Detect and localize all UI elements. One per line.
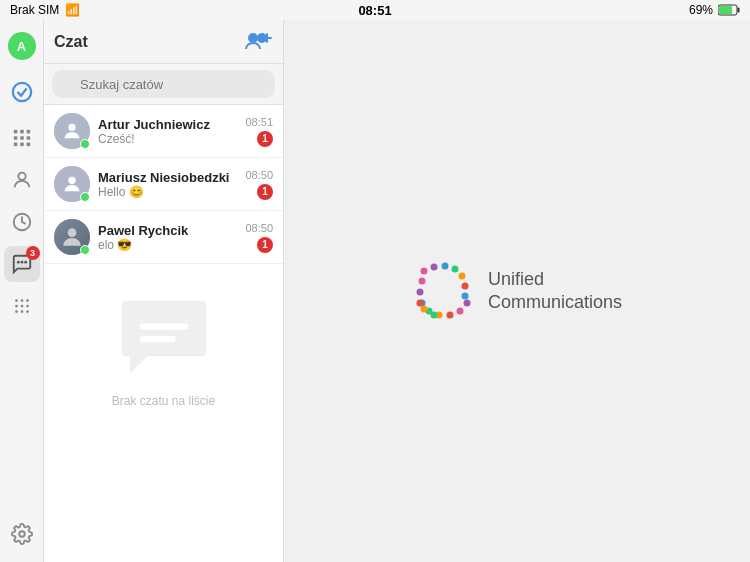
unread-badge: 1 xyxy=(257,184,273,200)
svg-point-22 xyxy=(20,305,23,308)
chat-badge: 3 xyxy=(26,246,40,260)
svg-rect-6 xyxy=(26,130,30,134)
svg-point-28 xyxy=(248,33,258,43)
uc-line2: Communications xyxy=(488,291,622,314)
chat-time: 08:50 xyxy=(245,222,273,234)
empty-chat-icon xyxy=(114,294,214,384)
history-nav-icon[interactable] xyxy=(4,204,40,240)
status-left: Brak SIM 📶 xyxy=(10,3,80,17)
sidebar: A xyxy=(0,20,44,562)
svg-point-53 xyxy=(420,306,427,313)
contacts-nav-icon[interactable] xyxy=(4,162,40,198)
search-input[interactable] xyxy=(52,70,275,98)
battery-label: 69% xyxy=(689,3,713,17)
app-container: A xyxy=(0,20,750,562)
svg-point-48 xyxy=(446,312,453,319)
svg-point-13 xyxy=(18,173,25,180)
svg-rect-7 xyxy=(13,136,17,140)
svg-point-3 xyxy=(12,83,30,101)
keypad-nav-icon[interactable] xyxy=(4,288,40,324)
chat-time: 08:50 xyxy=(245,169,273,181)
search-bar: 🔍 xyxy=(44,64,283,105)
svg-point-51 xyxy=(461,293,468,300)
main-content: Unified Communications xyxy=(284,20,750,562)
carrier-label: Brak SIM xyxy=(10,3,59,17)
chat-nav-icon[interactable]: 3 xyxy=(4,246,40,282)
svg-point-26 xyxy=(26,310,29,313)
chat-preview: Cześć! xyxy=(98,132,237,146)
svg-point-24 xyxy=(15,310,18,313)
status-check-icon[interactable] xyxy=(4,74,40,110)
svg-point-41 xyxy=(458,273,465,280)
svg-point-32 xyxy=(68,124,75,131)
status-bar: Brak SIM 📶 08:51 69% xyxy=(0,0,750,20)
chat-list: Artur Juchniewicz Cześć! 08:51 1 xyxy=(44,105,283,562)
contact-avatar xyxy=(54,219,90,255)
svg-point-19 xyxy=(20,299,23,302)
svg-point-33 xyxy=(68,177,75,184)
svg-point-50 xyxy=(463,300,470,307)
uc-logo-text: Unified Communications xyxy=(488,268,622,315)
online-indicator xyxy=(80,192,90,202)
chat-list-item[interactable]: Mariusz Niesiobedzki Hello 😊 08:50 1 xyxy=(44,158,283,211)
chat-list-item[interactable]: Artur Juchniewicz Cześć! 08:51 1 xyxy=(44,105,283,158)
svg-rect-8 xyxy=(20,136,24,140)
chat-list-item[interactable]: Pawel Rychcik elo 😎 08:50 1 xyxy=(44,211,283,264)
chat-panel: Czat 🔍 xyxy=(44,20,284,562)
svg-point-27 xyxy=(19,531,25,537)
chat-meta: 08:50 1 xyxy=(245,222,273,253)
chat-preview: elo 😎 xyxy=(98,238,237,252)
contact-name: Pawel Rychcik xyxy=(98,223,237,238)
contact-name: Artur Juchniewicz xyxy=(98,117,237,132)
chat-preview: Hello 😊 xyxy=(98,185,237,199)
svg-point-49 xyxy=(456,308,463,315)
empty-state: Brak czatu na liście xyxy=(44,264,283,438)
contact-name: Mariusz Niesiobedzki xyxy=(98,170,237,185)
chat-info: Pawel Rychcik elo 😎 xyxy=(98,223,237,252)
chat-header: Czat xyxy=(44,20,283,64)
svg-point-34 xyxy=(68,228,77,237)
wifi-icon: 📶 xyxy=(65,3,80,17)
uc-logo-icon xyxy=(412,259,476,323)
svg-point-52 xyxy=(430,312,437,319)
chat-time: 08:51 xyxy=(245,116,273,128)
svg-point-37 xyxy=(420,268,427,275)
search-wrapper: 🔍 xyxy=(52,70,275,98)
svg-point-43 xyxy=(418,278,425,285)
add-group-button[interactable] xyxy=(245,29,273,55)
svg-rect-5 xyxy=(20,130,24,134)
svg-rect-2 xyxy=(719,6,732,14)
svg-point-21 xyxy=(15,305,18,308)
chat-info: Artur Juchniewicz Cześć! xyxy=(98,117,237,146)
chat-meta: 08:51 1 xyxy=(245,116,273,147)
svg-point-20 xyxy=(26,299,29,302)
svg-point-38 xyxy=(430,264,437,271)
svg-rect-10 xyxy=(13,143,17,147)
svg-rect-12 xyxy=(26,143,30,147)
svg-point-54 xyxy=(416,300,423,307)
dialpad-nav-icon[interactable] xyxy=(4,120,40,156)
svg-rect-9 xyxy=(26,136,30,140)
svg-rect-1 xyxy=(738,8,740,13)
avatar-circle: A xyxy=(8,32,36,60)
online-indicator xyxy=(80,245,90,255)
chat-meta: 08:50 1 xyxy=(245,169,273,200)
uc-line1: Unified xyxy=(488,268,622,291)
uc-logo: Unified Communications xyxy=(412,259,622,323)
svg-point-18 xyxy=(15,299,18,302)
svg-point-25 xyxy=(20,310,23,313)
svg-point-40 xyxy=(451,266,458,273)
chat-info: Mariusz Niesiobedzki Hello 😊 xyxy=(98,170,237,199)
svg-rect-11 xyxy=(20,143,24,147)
header-icons xyxy=(245,29,273,55)
chat-header-title: Czat xyxy=(54,33,88,51)
empty-state-text: Brak czatu na liście xyxy=(112,394,215,408)
battery-icon xyxy=(718,4,740,16)
status-time: 08:51 xyxy=(358,3,391,18)
svg-point-44 xyxy=(416,289,423,296)
settings-nav-icon[interactable] xyxy=(4,516,40,552)
svg-point-23 xyxy=(26,305,29,308)
svg-point-39 xyxy=(441,263,448,270)
user-avatar[interactable]: A xyxy=(4,28,40,64)
contact-avatar xyxy=(54,113,90,149)
